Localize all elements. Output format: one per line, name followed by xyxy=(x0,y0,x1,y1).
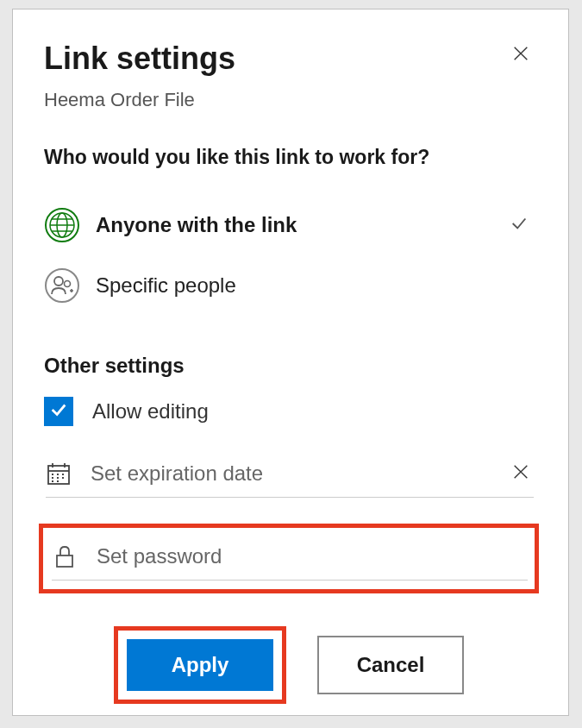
option-specific[interactable]: Specific people xyxy=(44,255,534,316)
expiration-input[interactable] xyxy=(91,461,508,486)
dialog-buttons: Apply Cancel xyxy=(44,626,534,704)
clear-expiration-button[interactable] xyxy=(508,459,534,488)
dialog-subtitle: Heema Order File xyxy=(44,89,534,111)
other-settings-heading: Other settings xyxy=(44,354,534,378)
dialog-header: Link settings xyxy=(44,41,534,77)
svg-point-4 xyxy=(54,277,63,286)
globe-icon xyxy=(44,207,80,243)
close-icon xyxy=(511,469,530,484)
svg-rect-7 xyxy=(57,555,72,567)
option-anyone-label: Anyone with the link xyxy=(96,213,510,237)
option-anyone[interactable]: Anyone with the link xyxy=(44,195,534,255)
apply-highlight: Apply xyxy=(114,626,286,704)
password-highlight xyxy=(39,524,539,593)
audience-question: Who would you like this link to work for… xyxy=(44,146,534,169)
allow-editing-checkbox[interactable] xyxy=(44,397,73,426)
svg-point-3 xyxy=(46,269,78,302)
svg-point-5 xyxy=(65,281,71,287)
apply-button[interactable]: Apply xyxy=(127,639,273,691)
people-icon xyxy=(44,267,80,304)
link-settings-dialog: Link settings Heema Order File Who would… xyxy=(12,9,569,716)
close-button[interactable] xyxy=(508,41,534,70)
cancel-button[interactable]: Cancel xyxy=(317,636,464,694)
check-icon xyxy=(510,214,529,236)
password-input[interactable] xyxy=(97,544,528,568)
allow-editing-label: Allow editing xyxy=(92,399,209,424)
checkmark-icon xyxy=(49,400,68,423)
lock-icon xyxy=(52,543,78,569)
dialog-title: Link settings xyxy=(44,41,235,77)
calendar-icon xyxy=(46,461,72,486)
audience-options: Anyone with the link Specific people xyxy=(44,195,534,316)
password-row xyxy=(52,543,528,581)
close-icon xyxy=(511,51,530,66)
allow-editing-row: Allow editing xyxy=(44,397,534,426)
expiration-row xyxy=(46,459,534,498)
option-specific-label: Specific people xyxy=(96,273,534,298)
